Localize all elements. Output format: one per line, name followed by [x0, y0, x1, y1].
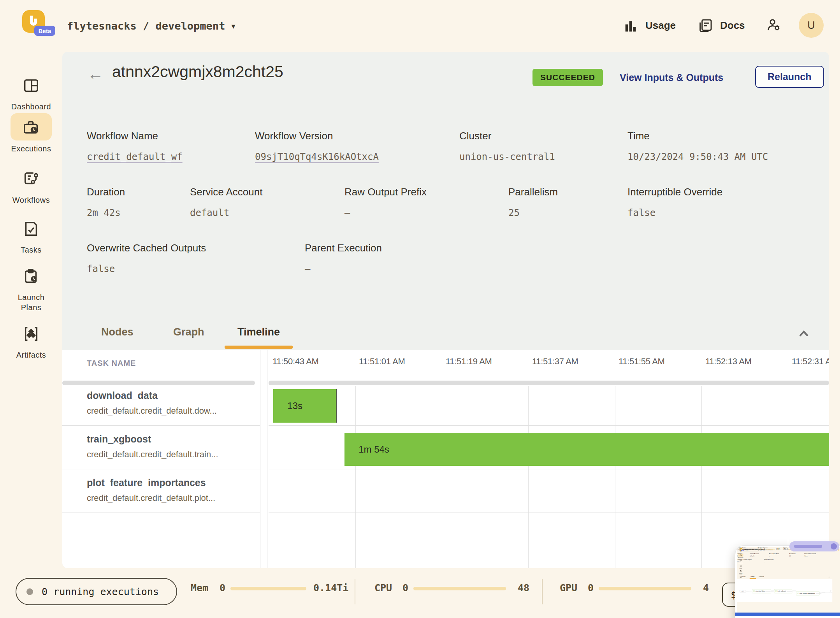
meta-item-value: false	[87, 263, 305, 274]
executions-icon	[22, 119, 40, 137]
sidebar-item-label: Tasks	[0, 245, 62, 255]
meta-item-label: Parallelism	[508, 186, 627, 198]
pip-expand-pill-icon	[831, 543, 837, 550]
meta-item-link[interactable]: credit_default_wf	[87, 151, 255, 162]
tasks-icon	[22, 220, 40, 238]
task-path: credit_default.credit_default.dow...	[87, 406, 254, 416]
status-divider	[542, 579, 543, 604]
status-bar: 0 running executions Mem 0 0.14Ti CPU 0 …	[0, 568, 840, 618]
meta-item-value: 25	[508, 207, 627, 218]
usage-link[interactable]: Usage	[645, 19, 676, 32]
gantt-bar-duration: 1m 54s	[344, 444, 389, 455]
tab-bar: Nodes Graph Timeline	[62, 323, 829, 350]
column-divider	[267, 350, 267, 568]
time-tick: 11:51:19 AM	[446, 356, 492, 367]
meta-item: Parent Execution–	[305, 242, 476, 274]
cpu-meter-label: CPU	[374, 582, 392, 593]
time-tick: 11:50:43 AM	[272, 356, 319, 367]
column-divider[interactable]	[260, 350, 260, 568]
sidebar-item-label: Executions	[0, 144, 62, 154]
usage-chart-icon[interactable]	[623, 18, 638, 33]
relaunch-button[interactable]: Relaunch	[755, 66, 824, 88]
task-row-plot-feature-importances[interactable]: plot_feature_importances credit_default.…	[87, 469, 254, 513]
pip-preview-card[interactable]: Beta flytesnacks / development ▾ Usage D…	[735, 545, 840, 618]
meta-item: Workflow Namecredit_default_wf	[87, 130, 255, 162]
docs-link[interactable]: Docs	[720, 19, 745, 32]
back-arrow-icon[interactable]: ←	[87, 66, 104, 82]
tab-graph[interactable]: Graph	[173, 326, 204, 338]
timeline-section: TASK NAME download_data credit_default.c…	[62, 350, 829, 568]
meta-item-label: Time	[627, 130, 807, 142]
tab-nodes[interactable]: Nodes	[101, 326, 134, 338]
sidebar-item-dashboard[interactable]: Dashboard	[0, 71, 62, 112]
meta-item: Duration2m 42s	[87, 186, 190, 218]
meta-item-label: Service Account	[190, 186, 344, 198]
union-console-page: { "app": { "breadcrumb": "flytesnacks / …	[0, 0, 840, 618]
gantt-bar-download-data[interactable]: 13s	[273, 389, 337, 423]
gpu-meter-min: 0	[588, 582, 594, 593]
meta-item-label: Duration	[87, 186, 190, 198]
avatar[interactable]: U	[799, 13, 824, 38]
gpu-meter-label: GPU	[560, 582, 577, 593]
sidebar-item-launch-plans[interactable]: Launch Plans	[0, 262, 62, 313]
sidebar-item-artifacts[interactable]: Artifacts	[0, 320, 62, 360]
horizontal-scrollbar-right[interactable]	[269, 381, 829, 385]
time-tick: 11:52:13 AM	[705, 356, 752, 367]
meta-item: Overwrite Cached Outputsfalse	[87, 242, 305, 274]
mem-meter-label: Mem	[191, 582, 208, 593]
meta-item: Service Accountdefault	[190, 186, 344, 218]
task-row-train-xgboost[interactable]: train_xgboost credit_default.credit_defa…	[87, 426, 254, 469]
status-divider	[355, 579, 355, 604]
time-tick: 11:51:55 AM	[619, 356, 665, 367]
breadcrumb[interactable]: flytesnacks / development ▾	[67, 0, 235, 52]
active-tab-underline	[225, 346, 293, 349]
mem-meter-max: 0.14Ti	[313, 582, 348, 593]
meta-item-value: 2m 42s	[87, 207, 190, 218]
running-executions-label: 0 running executions	[42, 586, 159, 597]
time-tick: 11:51:01 AM	[359, 356, 405, 367]
meta-item-label: Overwrite Cached Outputs	[87, 242, 305, 254]
user-settings-icon[interactable]	[766, 17, 782, 33]
sidebar-item-label: Workflows	[0, 195, 62, 205]
execution-title: atnnx2cwgmjx8m2cht25	[112, 63, 283, 81]
sidebar-item-workflows[interactable]: Workflows	[0, 165, 62, 205]
meta-item: Raw Output Prefix–	[344, 186, 508, 218]
task-path: credit_default.credit_default.train...	[87, 449, 254, 460]
cpu-meter-max: 48	[518, 582, 529, 593]
meta-item-label: Workflow Version	[255, 130, 459, 142]
cpu-meter-track	[413, 587, 506, 590]
gantt-bar-train-xgboost[interactable]: 1m 54s	[344, 433, 829, 466]
collapse-chevron-up-icon[interactable]	[796, 326, 812, 342]
meta-item-label: Parent Execution	[305, 242, 476, 254]
task-name: plot_feature_importances	[87, 477, 254, 488]
pip-expand-pill-text	[794, 545, 822, 548]
meta-item-value: default	[190, 207, 344, 218]
meta-item: Interruptible Overridefalse	[627, 186, 799, 218]
artifacts-icon	[22, 325, 40, 343]
meta-item-label: Workflow Name	[87, 130, 255, 142]
meta-item: Clusterunion-us-central1	[459, 130, 627, 162]
running-executions-pill[interactable]: 0 running executions	[16, 578, 177, 605]
docs-icon[interactable]	[698, 18, 713, 33]
sidebar-item-label: Artifacts	[0, 350, 62, 360]
sidebar-item-label: Dashboard	[0, 102, 62, 112]
beta-badge: Beta	[34, 26, 55, 36]
top-bar: Beta flytesnacks / development ▾ Usage D…	[0, 0, 840, 52]
tab-timeline[interactable]: Timeline	[237, 326, 280, 338]
pip-frame-edge	[735, 613, 840, 616]
meta-item-link[interactable]: 09sjT10qTq4sK16kAOtxcA	[255, 151, 459, 162]
sidebar-item-executions[interactable]: Executions	[0, 113, 62, 154]
execution-metadata-grid: Workflow Namecredit_default_wfWorkflow V…	[87, 130, 807, 298]
pip-expand-pill[interactable]	[789, 541, 839, 551]
dashboard-icon	[22, 77, 40, 95]
task-row-download-data[interactable]: download_data credit_default.credit_defa…	[87, 382, 254, 426]
sidebar: Dashboard Executions Workflows Tasks Lau…	[0, 52, 62, 568]
gantt-pane: 11:50:43 AM 11:51:01 AM 11:51:19 AM 11:5…	[269, 350, 829, 568]
time-tick: 11:52:31 AM	[792, 356, 829, 367]
meta-item: Workflow Version09sjT10qTq4sK16kAOtxcA	[255, 130, 459, 162]
mem-meter-min: 0	[220, 582, 225, 593]
breadcrumb-label: flytesnacks / development	[67, 20, 225, 32]
view-inputs-outputs-link[interactable]: View Inputs & Outputs	[620, 72, 723, 83]
sidebar-item-tasks[interactable]: Tasks	[0, 214, 62, 255]
meta-item-value: –	[344, 207, 508, 218]
